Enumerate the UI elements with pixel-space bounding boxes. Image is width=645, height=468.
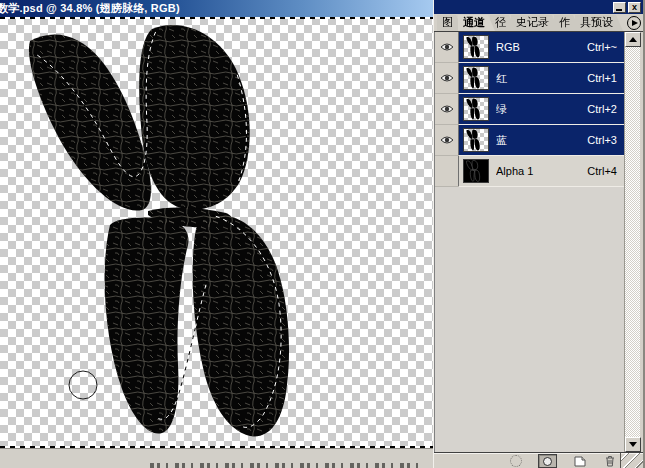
load-channel-as-selection-icon[interactable]	[510, 455, 522, 467]
minimize-icon[interactable]	[613, 2, 626, 13]
eye-icon	[440, 135, 454, 145]
channel-name: 红	[496, 71, 587, 86]
channel-scrollbar[interactable]	[624, 32, 640, 452]
window-bottom-strip	[0, 448, 433, 468]
channel-thumbnail[interactable]	[463, 159, 489, 183]
visibility-toggle[interactable]	[435, 32, 459, 62]
clipped-statusbar-text	[150, 463, 425, 468]
scroll-up-icon[interactable]	[625, 32, 641, 47]
save-selection-as-channel-icon[interactable]	[538, 454, 557, 468]
channel-row[interactable]: RGB Ctrl+~	[435, 32, 624, 63]
channel-row[interactable]: Alpha 1 Ctrl+4	[435, 156, 624, 187]
channels-palette: x 图通道径史记录作具预设 RGB Ctrl+~	[433, 0, 645, 468]
visibility-toggle[interactable]	[435, 63, 459, 93]
palette-menu-arrow-icon[interactable]	[627, 16, 641, 30]
channel-thumbnail[interactable]	[463, 35, 489, 59]
channel-row[interactable]: 红 Ctrl+1	[435, 63, 624, 94]
document-canvas[interactable]	[0, 17, 433, 448]
brush-circle-cursor	[69, 371, 97, 399]
channel-shortcut: Ctrl+~	[587, 41, 617, 53]
palette-tab-4[interactable]: 史记录	[511, 15, 559, 31]
palette-tab-6[interactable]: 具预设	[575, 15, 623, 31]
channel-shortcut: Ctrl+3	[587, 134, 617, 146]
palette-resize-grip[interactable]	[620, 453, 643, 468]
eye-icon	[440, 73, 454, 83]
palette-title-bar[interactable]: x	[434, 0, 643, 14]
visibility-toggle[interactable]	[435, 94, 459, 124]
channel-name: RGB	[496, 41, 587, 53]
channel-shortcut: Ctrl+1	[587, 72, 617, 84]
channel-name: 绿	[496, 102, 587, 117]
channel-thumbnail[interactable]	[463, 97, 489, 121]
channel-name: 蓝	[496, 133, 587, 148]
document-title: 数学.psd @ 34.8% (翅膀脉络, RGB)	[0, 2, 180, 14]
channel-row[interactable]: 绿 Ctrl+2	[435, 94, 624, 125]
eye-icon	[440, 42, 454, 52]
delete-channel-icon[interactable]	[604, 455, 616, 467]
butterfly-wings-image	[0, 17, 433, 448]
close-icon[interactable]: x	[628, 2, 641, 13]
palette-bottom-bar	[434, 452, 643, 468]
visibility-toggle[interactable]	[435, 125, 459, 155]
create-new-channel-icon[interactable]	[574, 456, 586, 467]
selection-marquee-top-edge	[0, 17, 433, 19]
channel-thumbnail[interactable]	[463, 128, 489, 152]
document-title-bar: 数学.psd @ 34.8% (翅膀脉络, RGB)	[0, 0, 433, 17]
eye-icon	[440, 104, 454, 114]
palette-tab-2[interactable]: 通道	[458, 15, 495, 31]
scroll-down-icon[interactable]	[625, 437, 641, 452]
channel-row[interactable]: 蓝 Ctrl+3	[435, 125, 624, 156]
channel-shortcut: Ctrl+4	[587, 165, 617, 177]
visibility-toggle[interactable]	[435, 156, 459, 186]
channel-thumbnail[interactable]	[463, 66, 489, 90]
channel-list: RGB Ctrl+~ 红 Ctrl+1	[435, 32, 624, 452]
channel-name: Alpha 1	[496, 165, 587, 177]
channel-shortcut: Ctrl+2	[587, 103, 617, 115]
palette-tabs: 图通道径史记录作具预设	[434, 14, 643, 32]
channel-list-area: RGB Ctrl+~ 红 Ctrl+1	[434, 32, 640, 452]
